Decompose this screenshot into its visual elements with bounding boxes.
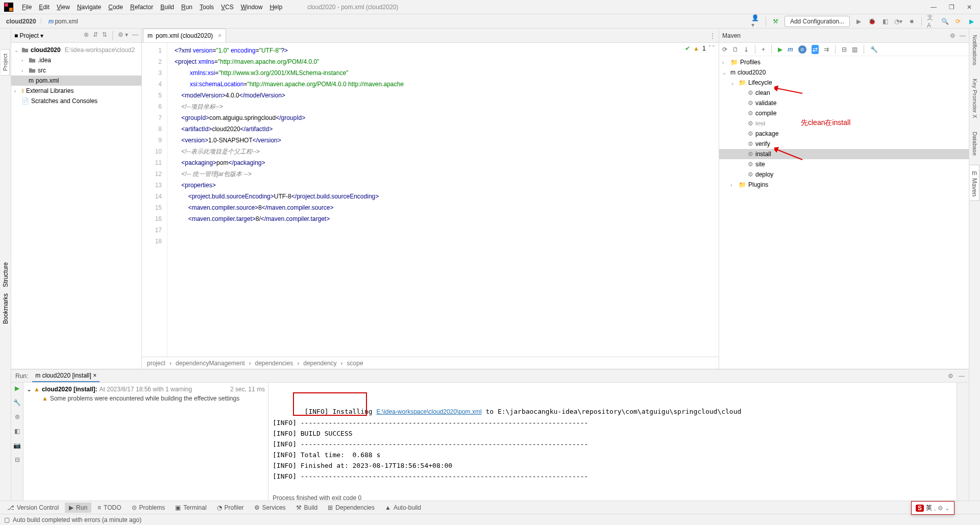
run-icon[interactable]: ▶ <box>854 17 863 26</box>
menu-refactor[interactable]: Refactor <box>127 2 157 12</box>
maven-m-icon[interactable]: m <box>788 46 793 53</box>
project-root[interactable]: ⌄cloud2020E:\idea-workspace\cloud2 <box>11 45 141 55</box>
maven-profiles[interactable]: ›📁Profiles <box>719 57 969 67</box>
bottom-tab-todo[interactable]: ≡TODO <box>93 503 125 513</box>
editor-tab-pom[interactable]: mpom.xml (cloud2020)× <box>143 29 226 42</box>
maven-verify[interactable]: ⚙verify <box>719 139 969 149</box>
external-libraries[interactable]: ›⫴External Libraries <box>11 86 141 96</box>
run-wrench-icon[interactable]: 🔧 <box>13 399 21 406</box>
maven-package[interactable]: ⚙package <box>719 129 969 139</box>
search-icon[interactable]: 🔍 <box>940 17 949 26</box>
add-icon[interactable]: + <box>762 46 765 53</box>
code-with-me-icon[interactable]: ▶ <box>967 17 976 26</box>
show-deps-icon[interactable]: ⇉ <box>824 46 829 53</box>
breadcrumb-project[interactable]: cloud2020 <box>4 17 38 26</box>
bottom-tab-build[interactable]: ⚒Build <box>292 503 322 513</box>
bottom-tab-problems[interactable]: ⊝Problems <box>128 503 169 513</box>
maximize-icon[interactable]: ❐ <box>949 4 954 11</box>
run-filter-icon[interactable]: ⊚ <box>15 413 20 420</box>
project-tool-tab[interactable]: Project <box>1 49 10 76</box>
scratches-consoles[interactable]: 📄Scratches and Consoles <box>11 96 141 106</box>
close-tab-icon[interactable]: × <box>218 32 222 39</box>
menu-code[interactable]: Code <box>105 2 127 12</box>
editor-breadcrumb[interactable]: project›dependencyManagement›dependencie… <box>142 357 719 369</box>
structure-tool-tab[interactable]: Structure <box>2 262 9 287</box>
bottom-tab-dependencies[interactable]: ⊞Dependencies <box>324 503 379 513</box>
maven-settings-icon[interactable]: ⚙ <box>950 32 955 39</box>
bookmarks-tool-tab[interactable]: Bookmarks <box>2 293 9 324</box>
user-icon[interactable]: 👤▾ <box>751 17 761 26</box>
show-structure-icon[interactable]: ▥ <box>852 46 857 53</box>
run-exit-icon[interactable]: ⊟ <box>15 456 20 463</box>
status-square-icon[interactable]: ▢ <box>4 516 10 523</box>
coverage-icon[interactable]: ◧ <box>880 17 890 26</box>
minimize-icon[interactable]: — <box>930 4 937 11</box>
bottom-tab-version-control[interactable]: ⎇Version Control <box>3 503 63 513</box>
expand-all-icon[interactable]: ⇵ <box>93 31 98 40</box>
maven-site[interactable]: ⚙site <box>719 159 969 169</box>
menu-build[interactable]: Build <box>157 2 178 12</box>
menu-file[interactable]: File <box>18 2 35 12</box>
collapse-icon[interactable]: ⊟ <box>842 46 847 53</box>
download-icon[interactable]: ⤓ <box>744 46 749 53</box>
notifications-tab[interactable]: Notifications <box>971 31 979 69</box>
ide-update-icon[interactable]: ⟳ <box>953 17 963 26</box>
maven-validate[interactable]: ⚙validate <box>719 98 969 108</box>
menu-edit[interactable]: Edit <box>35 2 53 12</box>
maven-wrench-icon[interactable]: 🔧 <box>870 46 878 53</box>
menu-help[interactable]: Help <box>266 2 286 12</box>
stop-icon[interactable]: ■ <box>907 17 916 26</box>
ime-indicator[interactable]: S英 , ⚙ ⌄ <box>911 501 954 515</box>
collapse-all-icon[interactable]: ⇅ <box>102 31 107 40</box>
maven-test[interactable]: ⚙test <box>719 118 969 129</box>
menu-view[interactable]: View <box>53 2 74 12</box>
file-pom-xml[interactable]: mpom.xml <box>11 76 141 86</box>
run-camera-icon[interactable]: 📷 <box>13 442 21 449</box>
maven-tab[interactable]: m Maven <box>970 165 979 201</box>
debug-icon[interactable]: 🐞 <box>867 17 876 26</box>
database-tab[interactable]: Database <box>971 128 979 160</box>
bottom-tab-services[interactable]: ⚙Services <box>250 503 290 513</box>
maven-compile[interactable]: ⚙compile <box>719 108 969 118</box>
editor-tab-more-icon[interactable]: ⋮ <box>709 32 716 39</box>
bottom-tab-auto-build[interactable]: ▲Auto-build <box>381 503 425 513</box>
menu-navigate[interactable]: Navigate <box>74 2 105 12</box>
inspection-status[interactable]: ✔▲1 ˆ ˇ <box>685 45 715 52</box>
select-opened-icon[interactable]: ⊕ <box>84 31 89 40</box>
generate-icon[interactable]: 🗋 <box>732 46 739 53</box>
add-configuration-button[interactable]: Add Configuration... <box>785 16 850 27</box>
hide-maven-icon[interactable]: — <box>960 32 966 39</box>
maven-cloud2020[interactable]: ⌄mcloud2020 <box>719 67 969 78</box>
bottom-tab-terminal[interactable]: ▣Terminal <box>171 503 210 513</box>
build-hammer-icon[interactable]: ⚒ <box>771 17 780 26</box>
maven-install[interactable]: ⚙install <box>719 149 969 159</box>
toggle-skip-tests-icon[interactable]: ⊘ <box>798 45 806 54</box>
menu-run[interactable]: Run <box>178 2 196 12</box>
maven-lifecycle[interactable]: ⌄📁Lifecycle <box>719 78 969 88</box>
folder-src[interactable]: ›src <box>11 65 141 76</box>
hide-panel-icon[interactable]: — <box>132 31 138 40</box>
maven-deploy[interactable]: ⚙deploy <box>719 169 969 180</box>
reload-icon[interactable]: ⟳ <box>722 46 727 53</box>
close-window-icon[interactable]: ✕ <box>967 4 972 11</box>
breadcrumb-file[interactable]: mpom.xml <box>46 17 80 26</box>
bottom-tab-run[interactable]: ▶Run <box>65 503 91 513</box>
rerun-icon[interactable]: ▶ <box>15 385 19 392</box>
run-config-tab[interactable]: m cloud2020 [install] × <box>32 370 100 382</box>
folder-idea[interactable]: ›.idea <box>11 55 141 65</box>
run-export-icon[interactable]: ◧ <box>14 428 20 435</box>
maven-plugins[interactable]: ›📁Plugins <box>719 180 969 190</box>
run-console-output[interactable]: [INFO] Installing E:\idea-workspace\clou… <box>268 383 957 501</box>
code-editor[interactable]: 123456789101112131415161718 <?xml versio… <box>142 43 719 357</box>
run-build-tree[interactable]: ⌄▲ cloud2020 [install]: At 2023/8/17 18:… <box>23 383 268 501</box>
settings-gear-icon[interactable]: ⚙ ▾ <box>118 31 128 40</box>
menu-tools[interactable]: Tools <box>196 2 217 12</box>
maven-clean[interactable]: ⚙clean <box>719 88 969 98</box>
profile-icon[interactable]: ◔▾ <box>894 17 903 26</box>
translate-icon[interactable]: 文A <box>927 17 936 26</box>
bottom-tab-profiler[interactable]: ◔Profiler <box>213 503 248 513</box>
run-maven-icon[interactable]: ▶ <box>778 46 782 53</box>
keypromoter-tab[interactable]: Key Promoter X <box>971 74 979 122</box>
hide-run-icon[interactable]: — <box>959 372 965 380</box>
menu-window[interactable]: Window <box>237 2 266 12</box>
